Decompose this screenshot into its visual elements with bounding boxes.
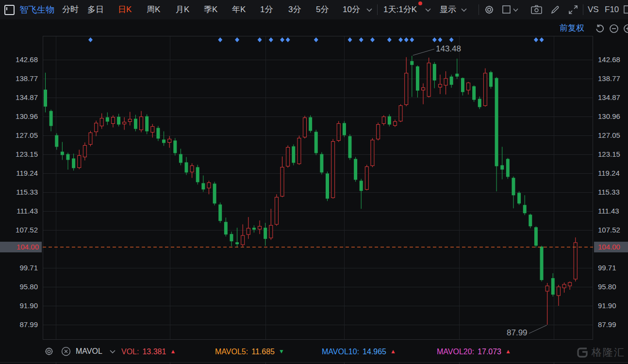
candle[interactable] (78, 155, 81, 167)
candle[interactable] (574, 243, 577, 279)
event-diamond-icon[interactable] (449, 37, 454, 42)
candle[interactable] (500, 165, 504, 169)
event-diamond-icon[interactable] (235, 37, 239, 42)
event-diamond-icon[interactable] (410, 37, 414, 42)
candle[interactable] (201, 183, 205, 189)
candle[interactable] (72, 158, 75, 168)
candle[interactable] (393, 122, 397, 126)
candle[interactable] (331, 142, 335, 198)
candle[interactable] (320, 154, 323, 172)
candle[interactable] (360, 181, 363, 191)
candle[interactable] (264, 228, 267, 239)
candle[interactable] (292, 147, 295, 163)
candle[interactable] (562, 284, 566, 288)
event-diamond-icon[interactable] (540, 37, 544, 42)
candle[interactable] (156, 128, 160, 139)
candle[interactable] (218, 204, 222, 221)
candle[interactable] (235, 242, 239, 244)
candle[interactable] (123, 122, 126, 124)
event-diamond-icon[interactable] (88, 37, 93, 42)
candle[interactable] (275, 197, 278, 224)
candle[interactable] (297, 138, 301, 164)
candle[interactable] (557, 287, 560, 296)
candle[interactable] (179, 154, 182, 163)
candle[interactable] (529, 215, 532, 226)
candle[interactable] (371, 140, 374, 166)
candle[interactable] (196, 167, 199, 182)
candle[interactable] (281, 167, 284, 196)
candle[interactable] (117, 117, 120, 125)
candle[interactable] (348, 136, 351, 158)
candlestick-chart[interactable] (0, 0, 628, 364)
candle[interactable] (450, 77, 453, 85)
candle[interactable] (128, 119, 132, 122)
candle[interactable] (89, 133, 92, 145)
candle[interactable] (309, 117, 312, 131)
candle[interactable] (512, 178, 515, 195)
candle[interactable] (190, 165, 194, 172)
candle[interactable] (568, 282, 572, 286)
candle[interactable] (506, 159, 510, 177)
candle[interactable] (314, 132, 318, 153)
candle[interactable] (489, 72, 493, 87)
candle[interactable] (55, 135, 58, 147)
candle[interactable] (50, 111, 53, 126)
candle[interactable] (534, 227, 538, 246)
candle[interactable] (252, 228, 256, 230)
candle[interactable] (422, 88, 425, 90)
candle[interactable] (44, 90, 47, 107)
candle[interactable] (427, 63, 430, 97)
candle[interactable] (472, 86, 476, 100)
candle[interactable] (224, 222, 228, 234)
event-diamond-icon[interactable] (218, 37, 222, 42)
candle[interactable] (95, 123, 98, 132)
candle[interactable] (303, 118, 307, 137)
event-diamond-icon[interactable] (314, 37, 318, 42)
candle[interactable] (286, 148, 290, 166)
candle[interactable] (382, 117, 385, 124)
candle[interactable] (207, 182, 211, 188)
candle[interactable] (478, 99, 481, 107)
candle[interactable] (185, 162, 188, 172)
candle[interactable] (343, 123, 346, 135)
candle[interactable] (66, 154, 69, 160)
candle[interactable] (326, 173, 329, 199)
candle[interactable] (399, 106, 402, 121)
event-diamond-icon[interactable] (387, 37, 392, 42)
candle[interactable] (145, 116, 149, 132)
candle[interactable] (162, 140, 165, 143)
close-indicator-icon[interactable] (61, 347, 71, 356)
candle[interactable] (388, 116, 391, 125)
candle[interactable] (416, 66, 419, 91)
candle[interactable] (377, 125, 380, 139)
candle[interactable] (523, 205, 527, 213)
event-diamond-icon[interactable] (438, 37, 442, 42)
candle[interactable] (168, 139, 171, 143)
candle[interactable] (410, 61, 413, 65)
event-diamond-icon[interactable] (432, 37, 437, 42)
candle[interactable] (483, 73, 487, 106)
candle[interactable] (100, 118, 103, 126)
event-diamond-icon[interactable] (359, 37, 364, 42)
candle[interactable] (106, 117, 109, 122)
candle[interactable] (258, 226, 262, 229)
candle[interactable] (438, 84, 442, 87)
candle[interactable] (230, 234, 233, 241)
candle[interactable] (134, 119, 137, 129)
event-diamond-icon[interactable] (347, 37, 352, 42)
event-diamond-icon[interactable] (370, 37, 375, 42)
candle[interactable] (467, 83, 470, 90)
candles[interactable] (44, 56, 577, 325)
event-diamond-icon[interactable] (258, 37, 262, 42)
candle[interactable] (173, 141, 177, 153)
candle[interactable] (213, 183, 216, 203)
candle[interactable] (365, 166, 368, 189)
candle[interactable] (495, 78, 498, 166)
candle[interactable] (540, 247, 544, 280)
candle[interactable] (354, 159, 357, 180)
candle[interactable] (517, 193, 521, 203)
event-diamond-icon[interactable] (404, 37, 409, 42)
candle[interactable] (140, 117, 143, 130)
candle[interactable] (151, 127, 154, 132)
candle[interactable] (433, 64, 436, 81)
